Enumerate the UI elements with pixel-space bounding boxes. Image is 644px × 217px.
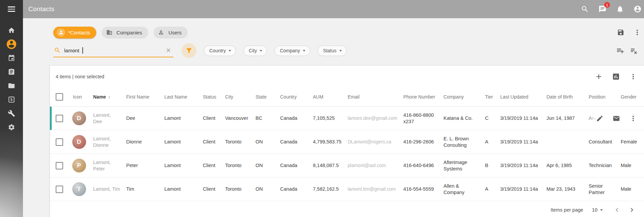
cell-last-name: Lamont bbox=[160, 139, 199, 145]
column-header-status[interactable]: Status bbox=[199, 94, 221, 100]
column-header-country[interactable]: Country bbox=[276, 94, 309, 100]
tab-companies[interactable]: Companies bbox=[102, 27, 148, 38]
cell-phone: 416-296-2606 bbox=[399, 139, 439, 145]
column-header-icon[interactable]: Icon bbox=[69, 94, 89, 100]
previous-page-button[interactable] bbox=[613, 206, 621, 214]
city-filter-select[interactable]: City bbox=[243, 46, 267, 56]
cell-phone: 416-554-5559 bbox=[399, 186, 439, 192]
table-row[interactable]: D Lamont, Dionne Dionne Lamont Client To… bbox=[50, 130, 644, 154]
add-to-filter-list-button[interactable] bbox=[616, 47, 624, 55]
chart-view-button[interactable] bbox=[612, 73, 620, 81]
sidebar-item-module-5[interactable]: 5 bbox=[0, 92, 23, 106]
row-more-button[interactable] bbox=[629, 114, 637, 123]
column-header-phone[interactable]: Phone Number bbox=[399, 94, 439, 100]
column-header-position[interactable]: Position bbox=[585, 94, 617, 100]
add-contact-button[interactable] bbox=[595, 73, 603, 81]
content: *Contacts Companies Users bbox=[23, 18, 644, 217]
column-header-aum[interactable]: AUM bbox=[309, 94, 344, 100]
chevron-down-icon bbox=[229, 50, 231, 52]
envelope-icon bbox=[613, 115, 620, 122]
cell-status: Client bbox=[199, 115, 221, 121]
table-row[interactable]: T Lamont, Tim Tim Lamont Client Toronto … bbox=[50, 178, 644, 201]
filter-button[interactable] bbox=[182, 43, 196, 58]
account-button[interactable] bbox=[633, 5, 642, 13]
pager-buttons bbox=[613, 206, 636, 214]
select-all-checkbox[interactable] bbox=[56, 93, 63, 101]
list-more-button[interactable] bbox=[629, 73, 637, 81]
chevron-left-icon bbox=[613, 206, 621, 214]
cell-company: Allen & Company bbox=[439, 183, 481, 196]
column-header-last-updated[interactable]: Last Updated bbox=[496, 94, 542, 100]
cell-state: ON bbox=[251, 139, 276, 145]
company-filter-select[interactable]: Company bbox=[274, 46, 310, 56]
row-checkbox[interactable] bbox=[56, 162, 63, 169]
column-header-email[interactable]: Email bbox=[344, 94, 399, 100]
save-view-button[interactable] bbox=[617, 29, 624, 36]
table-row[interactable]: P Lamont, Peter Peter Lamont Client Toro… bbox=[50, 154, 644, 178]
sidebar-item-calendar[interactable] bbox=[0, 51, 23, 65]
cell-position: Consultant bbox=[585, 139, 617, 145]
filter-list-actions bbox=[616, 47, 641, 55]
status-filter-select[interactable]: Status bbox=[318, 46, 347, 56]
sidebar-item-tasks[interactable] bbox=[0, 65, 23, 79]
email-contact-button[interactable] bbox=[613, 115, 620, 122]
cell-aum: 7,582,162.5 bbox=[309, 186, 344, 192]
avatar: T bbox=[72, 182, 86, 196]
cell-state: BC bbox=[251, 115, 276, 121]
cell-country: Canada bbox=[276, 115, 309, 121]
search-button[interactable] bbox=[581, 5, 589, 13]
sidebar-item-files[interactable] bbox=[0, 79, 23, 92]
column-header-name[interactable]: Name ↑ bbox=[89, 94, 122, 100]
cell-name: Lamont, Peter bbox=[89, 159, 122, 172]
sidebar-item-tools[interactable] bbox=[0, 106, 23, 120]
cell-gender: Female bbox=[617, 139, 644, 145]
cell-last-updated: 3/19/2019 11:14a bbox=[496, 115, 542, 121]
cell-email: lamont.tim@gmail.com bbox=[344, 186, 399, 192]
column-header-gender[interactable]: Gender bbox=[617, 94, 644, 100]
cell-dob: Apr 6, 1985 bbox=[542, 162, 585, 169]
tab-users[interactable]: Users bbox=[154, 27, 188, 38]
column-header-dob[interactable]: Date of Birth bbox=[542, 94, 585, 100]
column-header-tier[interactable]: Tier bbox=[481, 94, 496, 100]
column-header-first-name[interactable]: First Name bbox=[122, 94, 160, 100]
menu-icon[interactable] bbox=[0, 0, 23, 18]
tab-contacts[interactable]: *Contacts bbox=[53, 27, 96, 38]
view-more-button[interactable] bbox=[633, 28, 641, 36]
row-checkbox[interactable] bbox=[56, 186, 63, 193]
search-input[interactable] bbox=[64, 48, 82, 53]
chevron-down-icon bbox=[600, 209, 603, 211]
view-actions bbox=[617, 28, 641, 36]
sidebar-item-home[interactable] bbox=[0, 23, 23, 37]
column-header-company[interactable]: Company bbox=[439, 94, 481, 100]
edit-contact-button[interactable] bbox=[596, 115, 603, 122]
filter-selects: Country City Company Status bbox=[204, 46, 347, 56]
cell-city: Vancouver bbox=[221, 115, 251, 121]
country-filter-select[interactable]: Country bbox=[204, 46, 236, 56]
search-field[interactable] bbox=[53, 44, 173, 57]
list-toolbar: 4 items | none selected bbox=[50, 66, 644, 87]
cell-last-updated: 3/19/2019 11:14a bbox=[496, 186, 542, 192]
page-size-select[interactable]: 10 bbox=[592, 207, 603, 213]
column-header-city[interactable]: City bbox=[221, 94, 251, 100]
column-header-last-name[interactable]: Last Name bbox=[160, 94, 199, 100]
clear-search-button[interactable] bbox=[165, 47, 171, 53]
messages-button[interactable]: 1 bbox=[598, 5, 607, 13]
cell-aum: 4,799,583.75 bbox=[309, 139, 344, 145]
bell-icon bbox=[616, 5, 624, 13]
notifications-button[interactable] bbox=[616, 5, 624, 13]
next-page-button[interactable] bbox=[628, 206, 636, 214]
cell-city: Toronto bbox=[221, 162, 251, 169]
sidebar-item-contacts[interactable] bbox=[0, 37, 23, 51]
row-checkbox[interactable] bbox=[56, 138, 63, 146]
cell-status: Client bbox=[199, 186, 221, 192]
clear-filter-list-button[interactable] bbox=[630, 47, 638, 55]
cell-email: DLamont@rogers.ca bbox=[344, 139, 399, 145]
page-size-value: 10 bbox=[592, 207, 597, 213]
table-row[interactable]: D Lamont, Dee Dee Lamont Client Vancouve… bbox=[50, 107, 644, 130]
sidebar-item-settings[interactable] bbox=[0, 120, 23, 134]
five-icon: 5 bbox=[8, 96, 15, 103]
row-checkbox[interactable] bbox=[56, 115, 63, 122]
cell-state: ON bbox=[251, 186, 276, 192]
city-filter-label: City bbox=[249, 48, 257, 53]
column-header-state[interactable]: State bbox=[251, 94, 276, 100]
